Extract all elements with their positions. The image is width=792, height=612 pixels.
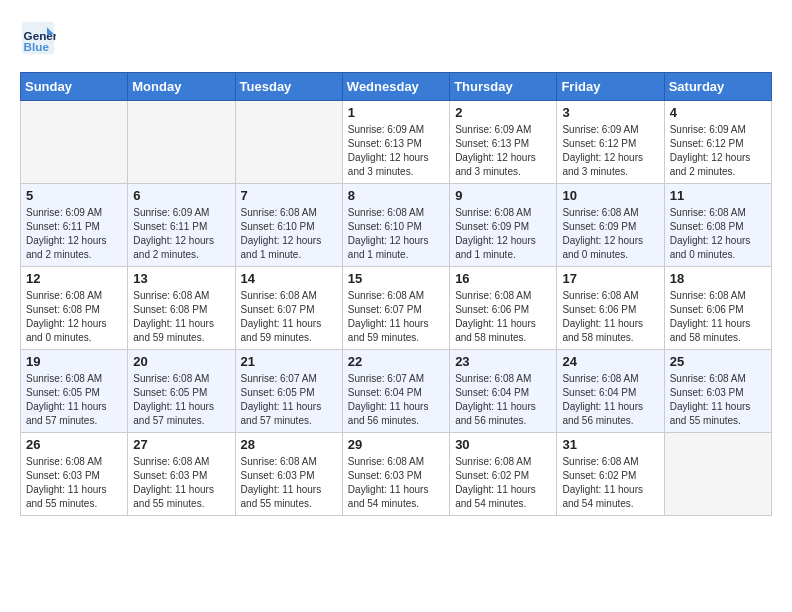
- calendar-cell: 15Sunrise: 6:08 AM Sunset: 6:07 PM Dayli…: [342, 267, 449, 350]
- day-number: 27: [133, 437, 229, 452]
- logo: General Blue: [20, 20, 60, 56]
- calendar-week-row: 26Sunrise: 6:08 AM Sunset: 6:03 PM Dayli…: [21, 433, 772, 516]
- day-number: 20: [133, 354, 229, 369]
- day-info: Sunrise: 6:08 AM Sunset: 6:06 PM Dayligh…: [670, 289, 766, 345]
- day-info: Sunrise: 6:09 AM Sunset: 6:13 PM Dayligh…: [348, 123, 444, 179]
- calendar-cell: 1Sunrise: 6:09 AM Sunset: 6:13 PM Daylig…: [342, 101, 449, 184]
- day-number: 28: [241, 437, 337, 452]
- day-info: Sunrise: 6:08 AM Sunset: 6:04 PM Dayligh…: [562, 372, 658, 428]
- day-info: Sunrise: 6:09 AM Sunset: 6:12 PM Dayligh…: [562, 123, 658, 179]
- day-number: 19: [26, 354, 122, 369]
- day-info: Sunrise: 6:09 AM Sunset: 6:11 PM Dayligh…: [133, 206, 229, 262]
- calendar-cell: 11Sunrise: 6:08 AM Sunset: 6:08 PM Dayli…: [664, 184, 771, 267]
- calendar-cell: 24Sunrise: 6:08 AM Sunset: 6:04 PM Dayli…: [557, 350, 664, 433]
- day-number: 1: [348, 105, 444, 120]
- day-info: Sunrise: 6:08 AM Sunset: 6:03 PM Dayligh…: [241, 455, 337, 511]
- day-info: Sunrise: 6:09 AM Sunset: 6:13 PM Dayligh…: [455, 123, 551, 179]
- day-info: Sunrise: 6:08 AM Sunset: 6:03 PM Dayligh…: [670, 372, 766, 428]
- day-number: 29: [348, 437, 444, 452]
- weekday-header-thursday: Thursday: [450, 73, 557, 101]
- calendar-cell: 10Sunrise: 6:08 AM Sunset: 6:09 PM Dayli…: [557, 184, 664, 267]
- calendar-week-row: 19Sunrise: 6:08 AM Sunset: 6:05 PM Dayli…: [21, 350, 772, 433]
- weekday-header-wednesday: Wednesday: [342, 73, 449, 101]
- day-number: 11: [670, 188, 766, 203]
- day-number: 14: [241, 271, 337, 286]
- calendar-cell: 21Sunrise: 6:07 AM Sunset: 6:05 PM Dayli…: [235, 350, 342, 433]
- weekday-header-sunday: Sunday: [21, 73, 128, 101]
- calendar-cell: [21, 101, 128, 184]
- calendar-cell: 23Sunrise: 6:08 AM Sunset: 6:04 PM Dayli…: [450, 350, 557, 433]
- day-number: 30: [455, 437, 551, 452]
- day-number: 31: [562, 437, 658, 452]
- calendar-cell: [664, 433, 771, 516]
- day-number: 18: [670, 271, 766, 286]
- calendar-cell: 6Sunrise: 6:09 AM Sunset: 6:11 PM Daylig…: [128, 184, 235, 267]
- day-info: Sunrise: 6:08 AM Sunset: 6:05 PM Dayligh…: [26, 372, 122, 428]
- calendar-cell: 20Sunrise: 6:08 AM Sunset: 6:05 PM Dayli…: [128, 350, 235, 433]
- day-number: 9: [455, 188, 551, 203]
- day-info: Sunrise: 6:08 AM Sunset: 6:09 PM Dayligh…: [562, 206, 658, 262]
- day-info: Sunrise: 6:08 AM Sunset: 6:06 PM Dayligh…: [455, 289, 551, 345]
- day-number: 4: [670, 105, 766, 120]
- day-info: Sunrise: 6:08 AM Sunset: 6:03 PM Dayligh…: [133, 455, 229, 511]
- day-number: 21: [241, 354, 337, 369]
- calendar-cell: 30Sunrise: 6:08 AM Sunset: 6:02 PM Dayli…: [450, 433, 557, 516]
- day-number: 25: [670, 354, 766, 369]
- day-number: 8: [348, 188, 444, 203]
- day-info: Sunrise: 6:08 AM Sunset: 6:10 PM Dayligh…: [241, 206, 337, 262]
- day-number: 5: [26, 188, 122, 203]
- calendar-cell: 16Sunrise: 6:08 AM Sunset: 6:06 PM Dayli…: [450, 267, 557, 350]
- day-info: Sunrise: 6:08 AM Sunset: 6:09 PM Dayligh…: [455, 206, 551, 262]
- calendar-cell: 12Sunrise: 6:08 AM Sunset: 6:08 PM Dayli…: [21, 267, 128, 350]
- calendar-cell: 31Sunrise: 6:08 AM Sunset: 6:02 PM Dayli…: [557, 433, 664, 516]
- weekday-header-row: SundayMondayTuesdayWednesdayThursdayFrid…: [21, 73, 772, 101]
- calendar-cell: [235, 101, 342, 184]
- day-info: Sunrise: 6:08 AM Sunset: 6:07 PM Dayligh…: [348, 289, 444, 345]
- day-number: 22: [348, 354, 444, 369]
- svg-text:Blue: Blue: [24, 40, 50, 53]
- calendar-week-row: 5Sunrise: 6:09 AM Sunset: 6:11 PM Daylig…: [21, 184, 772, 267]
- calendar-cell: 19Sunrise: 6:08 AM Sunset: 6:05 PM Dayli…: [21, 350, 128, 433]
- day-number: 26: [26, 437, 122, 452]
- day-number: 16: [455, 271, 551, 286]
- day-number: 12: [26, 271, 122, 286]
- page: General Blue SundayMondayTuesdayWednesda…: [0, 0, 792, 526]
- header: General Blue: [20, 20, 772, 56]
- day-number: 15: [348, 271, 444, 286]
- day-info: Sunrise: 6:08 AM Sunset: 6:04 PM Dayligh…: [455, 372, 551, 428]
- day-info: Sunrise: 6:08 AM Sunset: 6:02 PM Dayligh…: [562, 455, 658, 511]
- calendar-cell: 27Sunrise: 6:08 AM Sunset: 6:03 PM Dayli…: [128, 433, 235, 516]
- day-info: Sunrise: 6:08 AM Sunset: 6:03 PM Dayligh…: [348, 455, 444, 511]
- day-info: Sunrise: 6:08 AM Sunset: 6:10 PM Dayligh…: [348, 206, 444, 262]
- day-info: Sunrise: 6:09 AM Sunset: 6:12 PM Dayligh…: [670, 123, 766, 179]
- calendar-cell: 14Sunrise: 6:08 AM Sunset: 6:07 PM Dayli…: [235, 267, 342, 350]
- calendar-cell: 3Sunrise: 6:09 AM Sunset: 6:12 PM Daylig…: [557, 101, 664, 184]
- day-info: Sunrise: 6:08 AM Sunset: 6:08 PM Dayligh…: [670, 206, 766, 262]
- day-number: 17: [562, 271, 658, 286]
- calendar-cell: 9Sunrise: 6:08 AM Sunset: 6:09 PM Daylig…: [450, 184, 557, 267]
- weekday-header-monday: Monday: [128, 73, 235, 101]
- calendar-cell: 17Sunrise: 6:08 AM Sunset: 6:06 PM Dayli…: [557, 267, 664, 350]
- logo-icon: General Blue: [20, 20, 56, 56]
- calendar-cell: 13Sunrise: 6:08 AM Sunset: 6:08 PM Dayli…: [128, 267, 235, 350]
- day-info: Sunrise: 6:08 AM Sunset: 6:08 PM Dayligh…: [133, 289, 229, 345]
- weekday-header-friday: Friday: [557, 73, 664, 101]
- calendar-week-row: 1Sunrise: 6:09 AM Sunset: 6:13 PM Daylig…: [21, 101, 772, 184]
- day-number: 10: [562, 188, 658, 203]
- day-info: Sunrise: 6:07 AM Sunset: 6:05 PM Dayligh…: [241, 372, 337, 428]
- day-info: Sunrise: 6:09 AM Sunset: 6:11 PM Dayligh…: [26, 206, 122, 262]
- day-info: Sunrise: 6:08 AM Sunset: 6:07 PM Dayligh…: [241, 289, 337, 345]
- day-info: Sunrise: 6:08 AM Sunset: 6:02 PM Dayligh…: [455, 455, 551, 511]
- day-info: Sunrise: 6:08 AM Sunset: 6:03 PM Dayligh…: [26, 455, 122, 511]
- day-number: 23: [455, 354, 551, 369]
- day-number: 2: [455, 105, 551, 120]
- day-number: 6: [133, 188, 229, 203]
- calendar-week-row: 12Sunrise: 6:08 AM Sunset: 6:08 PM Dayli…: [21, 267, 772, 350]
- calendar-cell: 26Sunrise: 6:08 AM Sunset: 6:03 PM Dayli…: [21, 433, 128, 516]
- calendar-cell: 4Sunrise: 6:09 AM Sunset: 6:12 PM Daylig…: [664, 101, 771, 184]
- day-number: 24: [562, 354, 658, 369]
- calendar-cell: 25Sunrise: 6:08 AM Sunset: 6:03 PM Dayli…: [664, 350, 771, 433]
- day-number: 7: [241, 188, 337, 203]
- calendar-cell: 18Sunrise: 6:08 AM Sunset: 6:06 PM Dayli…: [664, 267, 771, 350]
- calendar-cell: 8Sunrise: 6:08 AM Sunset: 6:10 PM Daylig…: [342, 184, 449, 267]
